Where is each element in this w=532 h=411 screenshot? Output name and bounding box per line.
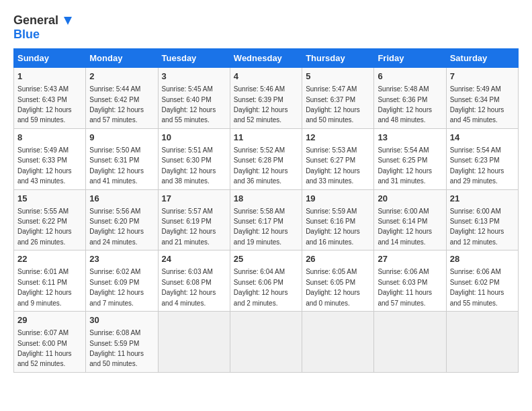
day-detail: Sunrise: 5:51 AMSunset: 6:30 PMDaylight:… [162,146,216,185]
day-number: 25 [234,253,298,265]
day-detail: Sunrise: 5:52 AMSunset: 6:28 PMDaylight:… [234,146,288,185]
day-number: 14 [450,132,515,144]
calendar-cell: 9 Sunrise: 5:50 AMSunset: 6:31 PMDayligh… [86,128,158,189]
day-number: 17 [162,193,226,205]
logo: General Blue [13,13,75,42]
day-number: 29 [17,314,82,326]
day-number: 9 [89,132,154,144]
calendar-cell: 19 Sunrise: 5:59 AMSunset: 6:16 PMDaylig… [302,189,374,250]
day-detail: Sunrise: 5:49 AMSunset: 6:34 PMDaylight:… [450,85,504,124]
day-detail: Sunrise: 6:03 AMSunset: 6:08 PMDaylight:… [162,268,216,306]
day-detail: Sunrise: 5:56 AMSunset: 6:20 PMDaylight:… [89,208,144,246]
day-number: 26 [306,253,370,265]
calendar-cell [446,312,518,373]
day-detail: Sunrise: 6:01 AMSunset: 6:11 PMDaylight:… [17,268,72,306]
day-detail: Sunrise: 5:59 AMSunset: 6:16 PMDaylight:… [306,208,360,246]
calendar-row: 15 Sunrise: 5:55 AMSunset: 6:22 PMDaylig… [14,189,519,250]
day-detail: Sunrise: 5:54 AMSunset: 6:25 PMDaylight:… [378,146,432,185]
day-number: 13 [378,132,442,144]
day-number: 27 [378,253,442,265]
calendar-row: 1 Sunrise: 5:43 AMSunset: 6:43 PMDayligh… [14,68,519,129]
calendar-cell: 24 Sunrise: 6:03 AMSunset: 6:08 PMDaylig… [158,250,230,312]
calendar-cell: 11 Sunrise: 5:52 AMSunset: 6:28 PMDaylig… [230,128,302,189]
day-detail: Sunrise: 6:04 AMSunset: 6:06 PMDaylight:… [234,268,288,306]
day-number: 1 [17,71,82,83]
weekday-header: Saturday [446,49,518,68]
day-number: 23 [89,253,154,265]
day-number: 21 [450,193,515,205]
day-number: 18 [234,193,298,205]
weekday-header: Monday [86,49,158,68]
day-number: 2 [89,71,154,83]
day-detail: Sunrise: 5:45 AMSunset: 6:40 PMDaylight:… [162,85,216,124]
logo-chevron-icon [61,14,75,28]
day-detail: Sunrise: 6:00 AMSunset: 6:14 PMDaylight:… [378,208,432,246]
day-detail: Sunrise: 6:06 AMSunset: 6:02 PMDaylight:… [450,268,504,306]
calendar-cell: 25 Sunrise: 6:04 AMSunset: 6:06 PMDaylig… [230,250,302,312]
day-number: 30 [89,314,154,326]
calendar-cell: 3 Sunrise: 5:45 AMSunset: 6:40 PMDayligh… [158,68,230,129]
logo-text-general: General [13,13,58,28]
day-number: 7 [450,71,515,83]
day-detail: Sunrise: 6:07 AMSunset: 6:00 PMDaylight:… [17,329,72,367]
calendar-cell: 12 Sunrise: 5:53 AMSunset: 6:27 PMDaylig… [302,128,374,189]
day-number: 12 [306,132,370,144]
day-detail: Sunrise: 5:44 AMSunset: 6:42 PMDaylight:… [89,85,144,124]
calendar-cell [302,312,374,373]
day-detail: Sunrise: 5:48 AMSunset: 6:36 PMDaylight:… [378,85,432,124]
calendar-cell: 30 Sunrise: 6:08 AMSunset: 5:59 PMDaylig… [86,312,158,373]
page-header: General Blue [13,13,519,42]
calendar-row: 22 Sunrise: 6:01 AMSunset: 6:11 PMDaylig… [14,250,519,312]
day-detail: Sunrise: 5:49 AMSunset: 6:33 PMDaylight:… [17,146,72,185]
calendar-cell: 14 Sunrise: 5:54 AMSunset: 6:23 PMDaylig… [446,128,518,189]
day-number: 11 [234,132,298,144]
day-detail: Sunrise: 6:06 AMSunset: 6:03 PMDaylight:… [378,268,432,306]
day-detail: Sunrise: 6:02 AMSunset: 6:09 PMDaylight:… [89,268,144,306]
day-number: 10 [162,132,226,144]
calendar-cell: 23 Sunrise: 6:02 AMSunset: 6:09 PMDaylig… [86,250,158,312]
weekday-header: Thursday [302,49,374,68]
calendar-cell: 20 Sunrise: 6:00 AMSunset: 6:14 PMDaylig… [374,189,446,250]
day-detail: Sunrise: 5:58 AMSunset: 6:17 PMDaylight:… [234,208,288,246]
day-number: 15 [17,193,82,205]
day-detail: Sunrise: 5:57 AMSunset: 6:19 PMDaylight:… [162,208,216,246]
day-detail: Sunrise: 5:55 AMSunset: 6:22 PMDaylight:… [17,208,72,246]
day-detail: Sunrise: 6:08 AMSunset: 5:59 PMDaylight:… [89,329,144,367]
svg-marker-0 [64,17,72,25]
calendar-cell: 29 Sunrise: 6:07 AMSunset: 6:00 PMDaylig… [14,312,86,373]
calendar-table: SundayMondayTuesdayWednesdayThursdayFrid… [13,48,519,373]
day-detail: Sunrise: 5:54 AMSunset: 6:23 PMDaylight:… [450,146,504,185]
calendar-cell: 10 Sunrise: 5:51 AMSunset: 6:30 PMDaylig… [158,128,230,189]
calendar-cell [374,312,446,373]
day-number: 28 [450,253,515,265]
calendar-cell: 4 Sunrise: 5:46 AMSunset: 6:39 PMDayligh… [230,68,302,129]
day-number: 3 [162,71,226,83]
calendar-cell: 15 Sunrise: 5:55 AMSunset: 6:22 PMDaylig… [14,189,86,250]
day-detail: Sunrise: 5:53 AMSunset: 6:27 PMDaylight:… [306,146,360,185]
day-number: 4 [234,71,298,83]
calendar-cell: 22 Sunrise: 6:01 AMSunset: 6:11 PMDaylig… [14,250,86,312]
weekday-header: Sunday [14,49,86,68]
calendar-cell: 27 Sunrise: 6:06 AMSunset: 6:03 PMDaylig… [374,250,446,312]
calendar-cell: 26 Sunrise: 6:05 AMSunset: 6:05 PMDaylig… [302,250,374,312]
calendar-cell: 17 Sunrise: 5:57 AMSunset: 6:19 PMDaylig… [158,189,230,250]
calendar-cell: 1 Sunrise: 5:43 AMSunset: 6:43 PMDayligh… [14,68,86,129]
day-detail: Sunrise: 5:47 AMSunset: 6:37 PMDaylight:… [306,85,360,124]
calendar-cell: 28 Sunrise: 6:06 AMSunset: 6:02 PMDaylig… [446,250,518,312]
calendar-cell: 21 Sunrise: 6:00 AMSunset: 6:13 PMDaylig… [446,189,518,250]
calendar-cell [230,312,302,373]
calendar-cell: 18 Sunrise: 5:58 AMSunset: 6:17 PMDaylig… [230,189,302,250]
weekday-header: Wednesday [230,49,302,68]
calendar-cell: 8 Sunrise: 5:49 AMSunset: 6:33 PMDayligh… [14,128,86,189]
calendar-cell: 5 Sunrise: 5:47 AMSunset: 6:37 PMDayligh… [302,68,374,129]
calendar-cell: 13 Sunrise: 5:54 AMSunset: 6:25 PMDaylig… [374,128,446,189]
day-number: 22 [17,253,82,265]
calendar-cell: 16 Sunrise: 5:56 AMSunset: 6:20 PMDaylig… [86,189,158,250]
day-number: 16 [89,193,154,205]
day-number: 19 [306,193,370,205]
day-number: 8 [17,132,82,144]
calendar-cell: 7 Sunrise: 5:49 AMSunset: 6:34 PMDayligh… [446,68,518,129]
weekday-header: Tuesday [158,49,230,68]
day-detail: Sunrise: 6:05 AMSunset: 6:05 PMDaylight:… [306,268,360,306]
day-detail: Sunrise: 5:43 AMSunset: 6:43 PMDaylight:… [17,85,72,124]
